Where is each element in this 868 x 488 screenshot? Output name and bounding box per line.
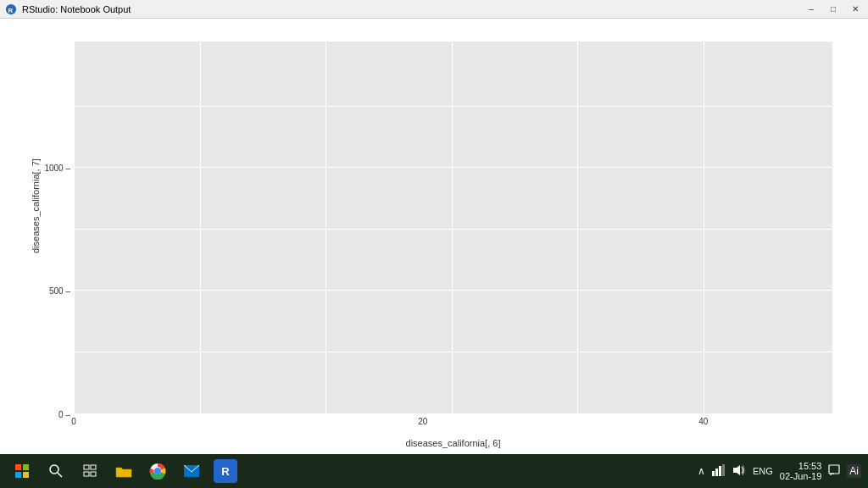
grid-line-v-2 bbox=[326, 42, 326, 414]
maximize-button[interactable]: □ bbox=[826, 3, 841, 15]
grid-line-v-3 bbox=[452, 42, 453, 414]
grid-line-h-6 bbox=[74, 41, 832, 42]
grid-line-h-2 bbox=[74, 290, 832, 291]
x-tick-20: 20 bbox=[418, 414, 427, 426]
speech-bubble-icon bbox=[828, 464, 840, 476]
svg-rect-5 bbox=[23, 472, 29, 478]
svg-rect-8 bbox=[84, 465, 89, 469]
network-bars-icon bbox=[712, 464, 726, 476]
titlebar-left: R RStudio: Notebook Output bbox=[5, 3, 131, 15]
y-tick-500: 500 – bbox=[49, 286, 74, 296]
app-icon: R bbox=[5, 3, 17, 15]
mail-icon bbox=[183, 464, 200, 478]
chrome-icon bbox=[149, 463, 166, 480]
grid-line-h-4 bbox=[74, 167, 832, 168]
ai-label[interactable]: Ai bbox=[847, 464, 861, 478]
svg-line-7 bbox=[58, 473, 62, 477]
folder-icon bbox=[115, 464, 132, 478]
taskbar-clock[interactable]: 15:53 02-Jun-19 bbox=[780, 461, 822, 481]
svg-marker-19 bbox=[733, 465, 740, 475]
start-button[interactable] bbox=[7, 456, 37, 486]
grid-line-h-0 bbox=[74, 413, 832, 414]
grid-line-v-5 bbox=[704, 42, 704, 414]
windows-icon bbox=[14, 463, 30, 479]
mail-button[interactable] bbox=[176, 456, 207, 486]
grid-line-v-1 bbox=[200, 42, 201, 414]
language-indicator[interactable]: ENG bbox=[753, 466, 773, 476]
svg-rect-10 bbox=[84, 472, 89, 476]
taskbar: R ∧ ENG 15:53 02- bbox=[0, 454, 868, 488]
svg-rect-17 bbox=[719, 466, 721, 476]
svg-rect-18 bbox=[722, 464, 725, 476]
grid-line-h-5 bbox=[74, 106, 832, 107]
x-tick-0: 0 bbox=[71, 414, 76, 426]
chart-container: diseases_california[, 7] 0 – 500 – 1000 … bbox=[0, 19, 868, 470]
taskbar-time-display: 15:53 bbox=[798, 461, 822, 471]
minimize-button[interactable]: – bbox=[804, 3, 819, 15]
titlebar-title: RStudio: Notebook Output bbox=[22, 4, 131, 14]
network-icon bbox=[712, 464, 726, 478]
taskbar-date-display: 02-Jun-19 bbox=[780, 471, 822, 481]
y-axis-label: diseases_california[, 7] bbox=[31, 236, 41, 253]
search-icon bbox=[49, 464, 63, 478]
titlebar: R RStudio: Notebook Output – □ ✕ bbox=[0, 0, 868, 19]
svg-point-6 bbox=[50, 465, 58, 474]
grid-line-v-6 bbox=[832, 42, 833, 414]
svg-rect-15 bbox=[712, 471, 715, 476]
close-button[interactable]: ✕ bbox=[848, 3, 863, 15]
search-button[interactable] bbox=[41, 456, 71, 486]
grid-line-v-0 bbox=[74, 42, 75, 414]
chrome-button[interactable] bbox=[142, 456, 173, 486]
plot-area: 0 – 500 – 1000 – 0 20 40 bbox=[74, 42, 832, 414]
svg-rect-11 bbox=[91, 472, 96, 476]
volume-icon[interactable] bbox=[732, 464, 746, 478]
taskview-button[interactable] bbox=[75, 456, 105, 486]
grid-line-h-1 bbox=[74, 352, 832, 352]
x-axis-label: diseases_california[, 6] bbox=[74, 438, 832, 448]
taskbar-right: ∧ ENG 15:53 02-Jun-19 bbox=[698, 461, 861, 481]
show-hidden-button[interactable]: ∧ bbox=[698, 465, 705, 477]
svg-rect-2 bbox=[15, 464, 21, 470]
speaker-icon bbox=[732, 464, 746, 476]
y-tick-1000: 1000 – bbox=[44, 164, 74, 173]
action-center-button[interactable] bbox=[828, 464, 840, 478]
explorer-button[interactable] bbox=[108, 456, 139, 486]
grid-line-h-3 bbox=[74, 229, 832, 230]
svg-rect-3 bbox=[23, 464, 29, 470]
x-tick-40: 40 bbox=[698, 414, 708, 426]
chart-wrapper: diseases_california[, 7] 0 – 500 – 1000 … bbox=[27, 33, 841, 457]
taskbar-left: R bbox=[7, 456, 241, 486]
titlebar-controls[interactable]: – □ ✕ bbox=[804, 3, 863, 15]
svg-rect-16 bbox=[715, 469, 718, 476]
svg-rect-4 bbox=[15, 472, 21, 478]
taskview-icon bbox=[83, 464, 97, 478]
grid-line-v-4 bbox=[577, 42, 578, 414]
svg-text:R: R bbox=[8, 6, 14, 14]
svg-rect-20 bbox=[829, 465, 839, 474]
svg-rect-9 bbox=[91, 465, 96, 469]
svg-point-13 bbox=[154, 468, 161, 474]
rstudio-taskbar-button[interactable]: R bbox=[210, 456, 241, 486]
